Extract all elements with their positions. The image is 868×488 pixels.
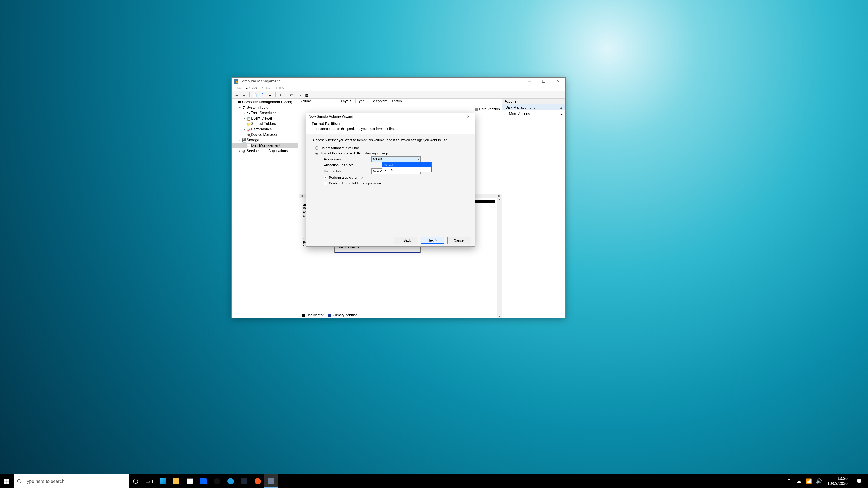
start-button[interactable] <box>0 475 13 488</box>
splitter-left[interactable]: ◄ <box>299 194 305 198</box>
toolbar-btn[interactable]: ➣ <box>277 92 284 98</box>
radio-format[interactable]: Format this volume with the following se… <box>315 151 468 155</box>
menubar: File Action View Help <box>232 85 565 91</box>
col-type[interactable]: Type <box>355 98 368 103</box>
taskbar-app[interactable] <box>251 475 265 488</box>
desktop: Computer Management ─ ☐ ✕ File Action Vi… <box>0 0 868 488</box>
actions-more[interactable]: More Actions▸ <box>502 110 565 117</box>
tree-shared-folders[interactable]: ▸📁Shared Folders <box>232 121 298 127</box>
radio-icon <box>315 152 318 155</box>
taskbar: Type here to search ▭▯ ˄ ☁ 📶 🔊 13:20 18/… <box>0 475 868 488</box>
wizard-instruction: Choose whether you want to format this v… <box>313 138 468 142</box>
checkbox-icon <box>324 176 327 179</box>
nav-forward-button[interactable]: ➡ <box>241 92 248 98</box>
tray-network-icon[interactable]: 📶 <box>805 478 813 484</box>
cortana-button[interactable] <box>129 475 143 488</box>
tree-event-viewer[interactable]: ▸📋Event Viewer <box>232 116 298 121</box>
radio-do-not-format[interactable]: Do not format this volume <box>315 146 468 150</box>
tray-volume-icon[interactable]: 🔊 <box>815 478 823 484</box>
label-volume-label: Volume label: <box>324 169 371 173</box>
filesystem-combo[interactable]: NTFS▾ <box>371 156 421 162</box>
scrollbar[interactable]: ▴▾ <box>497 198 502 318</box>
tree-device-manager[interactable]: 🔌Device Manager <box>232 132 298 137</box>
col-volume[interactable]: Volume <box>299 98 340 103</box>
col-status[interactable]: Status <box>391 98 502 103</box>
maximize-button[interactable]: ☐ <box>536 78 551 85</box>
system-tray[interactable]: ˄ ☁ 📶 🔊 13:20 18/09/2020 💬 <box>783 475 868 488</box>
col-filesystem[interactable]: File System <box>368 98 391 103</box>
checkbox-quick-format[interactable]: Perform a quick format <box>324 175 468 180</box>
toolbar-btn[interactable]: ▭ <box>296 92 303 98</box>
splitter-right[interactable]: ► <box>497 194 502 198</box>
search-icon <box>17 479 22 484</box>
checkbox-icon <box>324 182 327 185</box>
volume-label: Data Partition <box>479 107 500 111</box>
tray-chevron-icon[interactable]: ˄ <box>785 478 793 484</box>
back-button[interactable]: < Back <box>394 237 417 244</box>
toolbar-btn[interactable]: 🗂 <box>267 92 274 98</box>
taskbar-clock[interactable]: 13:20 18/09/2020 <box>825 476 850 486</box>
toolbar: ⬅ ➡ 📄 ? 🗂 ➣ ⟳ ▭ ▤ <box>232 91 565 98</box>
tree-disk-management[interactable]: 📊Disk Management <box>232 143 298 148</box>
tree-task-scheduler[interactable]: ▸⏱Task Scheduler <box>232 110 298 116</box>
tree-storage[interactable]: ▾💾Storage <box>232 137 298 143</box>
nav-back-button[interactable]: ⬅ <box>233 92 240 98</box>
col-layout[interactable]: Layout <box>340 98 355 103</box>
dropdown-option-ntfs[interactable]: NTFS <box>382 167 431 172</box>
tree-system-tools[interactable]: ▾🛠System Tools <box>232 105 298 110</box>
wizard-header: Format Partition To store data on this p… <box>306 120 475 134</box>
actions-pane: Actions Disk Management▴ More Actions▸ <box>502 98 565 318</box>
menu-help[interactable]: Help <box>276 86 284 90</box>
taskbar-app-edge[interactable] <box>156 475 169 488</box>
tree-services[interactable]: ▸⚙Services and Applications <box>232 148 298 154</box>
task-view-icon: ▭▯ <box>146 478 153 484</box>
toolbar-btn[interactable]: ? <box>259 92 266 98</box>
radio-icon <box>315 147 318 150</box>
close-button[interactable]: ✕ <box>551 78 565 85</box>
tray-onedrive-icon[interactable]: ☁ <box>795 478 803 484</box>
minimize-button[interactable]: ─ <box>522 78 536 85</box>
volume-columns[interactable]: Volume Layout Type File System Status <box>299 98 502 103</box>
actions-diskmgmt[interactable]: Disk Management▴ <box>502 104 565 110</box>
taskbar-app[interactable] <box>224 475 237 488</box>
menu-view[interactable]: View <box>262 86 271 90</box>
taskbar-app-explorer[interactable] <box>169 475 183 488</box>
dropdown-option-exfat[interactable]: exFAT <box>382 162 431 167</box>
checkbox-compression[interactable]: Enable file and folder compression <box>324 181 468 185</box>
toolbar-btn[interactable]: ▤ <box>303 92 310 98</box>
svg-line-5 <box>20 482 21 483</box>
label-alloc: Allocation unit size: <box>324 163 371 167</box>
taskbar-app-mail[interactable] <box>197 475 210 488</box>
volume-row[interactable]: Data Partition <box>473 107 501 111</box>
actions-header: Actions <box>502 98 565 104</box>
wizard-titlebar[interactable]: New Simple Volume Wizard ✕ <box>306 113 475 120</box>
wizard-close-button[interactable]: ✕ <box>464 115 473 119</box>
svg-rect-0 <box>4 479 6 481</box>
search-input[interactable]: Type here to search <box>13 475 129 488</box>
circle-icon <box>133 479 138 484</box>
svg-rect-3 <box>7 482 9 484</box>
legend: Unallocated Primary partition <box>299 312 497 318</box>
notifications-button[interactable]: 💬 <box>852 479 866 484</box>
taskbar-app-compmgmt[interactable] <box>265 475 278 488</box>
task-view-button[interactable]: ▭▯ <box>143 475 156 488</box>
svg-rect-2 <box>4 482 6 484</box>
next-button[interactable]: Next > <box>421 237 444 244</box>
tree-performance[interactable]: ▸📈Performance <box>232 127 298 132</box>
refresh-button[interactable]: ⟳ <box>288 92 295 98</box>
app-icon <box>234 79 238 84</box>
cancel-button[interactable]: Cancel <box>447 237 471 244</box>
tree-root[interactable]: 🖥Computer Management (Local) <box>232 99 298 105</box>
taskbar-app-store[interactable] <box>183 475 197 488</box>
wizard-heading: Format Partition <box>312 122 469 126</box>
taskbar-app-steam[interactable] <box>237 475 251 488</box>
taskbar-app-xbox[interactable] <box>210 475 224 488</box>
windows-icon <box>4 478 10 484</box>
titlebar[interactable]: Computer Management ─ ☐ ✕ <box>232 78 565 85</box>
filesystem-dropdown[interactable]: exFAT NTFS <box>382 162 432 172</box>
toolbar-btn[interactable]: 📄 <box>251 92 258 98</box>
tree-pane[interactable]: 🖥Computer Management (Local) ▾🛠System To… <box>232 98 299 318</box>
window-title: Computer Management <box>239 79 280 84</box>
menu-file[interactable]: File <box>235 86 241 90</box>
menu-action[interactable]: Action <box>246 86 256 90</box>
